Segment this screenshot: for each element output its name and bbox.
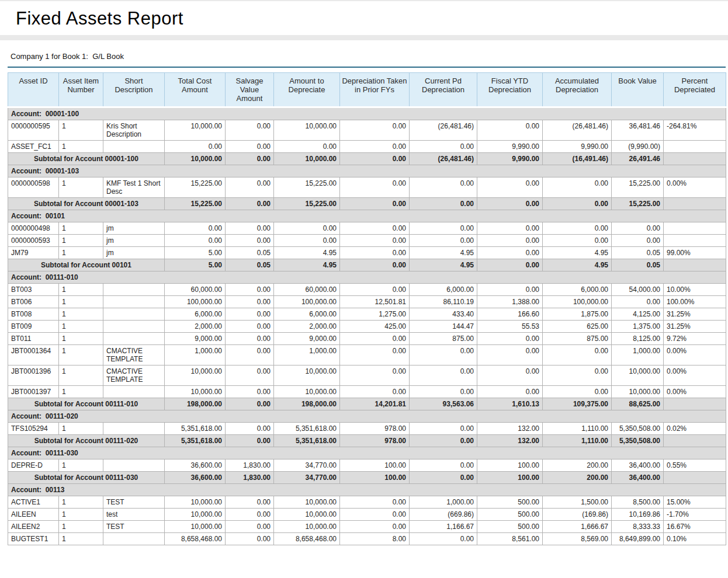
table-cell: 6,000.00 [543,284,612,296]
table-cell: 0.00 [340,247,410,259]
table-cell: ASSET_FC1 [8,141,59,153]
table-cell: 0000000593 [8,235,59,247]
table-cell: 0.00 [477,345,543,365]
subtotal-percent [664,398,726,410]
table-cell: 8,333.33 [612,521,664,533]
table-row: BUGTEST118,658,468.000.008,658,468.008.0… [8,533,726,545]
table-cell: JBT0001364 [8,345,59,365]
table-cell: 9,000.00 [274,333,340,345]
table-cell: 0.00 [410,222,477,235]
table-cell: 10,000.00 [612,365,664,386]
table-cell: 0.00 [226,284,274,296]
table-cell: jm [103,247,165,259]
header-row: Asset IDAsset Item NumberShort Descripti… [8,73,726,107]
table-cell: 0.00% [664,177,726,198]
table-cell: 1,000.00 [165,345,226,365]
table-cell: JBT0001397 [8,386,59,398]
account-label: Account: 00111-010 [8,271,726,284]
table-cell: 425.00 [340,321,410,333]
table-cell: 0.00 [477,386,543,398]
subtotal-percent [664,472,726,484]
table-cell: AILEEN2 [8,521,59,533]
table-cell: 100.00 [477,459,543,472]
table-cell: (669.86) [410,509,477,521]
table-cell: 0.00 [226,235,274,247]
table-row: BT00816,000.000.006,000.001,275.00433.40… [8,308,726,321]
subtotal-value: 0.00 [340,259,410,271]
table-cell: 0.00 [477,177,543,198]
table-cell: 10,000.00 [274,509,340,521]
table-cell: 1 [59,386,103,398]
table-cell [103,308,165,321]
table-cell: 0.00 [226,222,274,235]
table-cell: 6,000.00 [274,308,340,321]
table-body: Account: 00001-10000000005951Kris Short … [8,107,726,545]
table-cell: 0.00 [340,120,410,141]
table-cell: 10,000.00 [165,509,226,521]
table-cell: 1 [59,235,103,247]
table-cell: 55.53 [477,321,543,333]
table-cell [103,386,165,398]
table-cell: 0.00 [477,235,543,247]
table-cell: 1,000.00 [274,345,340,365]
table-cell: 0.00 [410,345,477,365]
table-cell: 60,000.00 [274,284,340,296]
table-cell: 0000000498 [8,222,59,235]
account-label: Account: 00113 [8,484,726,496]
table-cell: 0.00 [226,509,274,521]
table-cell: 0.00% [664,345,726,365]
table-cell: AILEEN [8,509,59,521]
subtotal-value: 88,625.00 [612,398,664,410]
table-cell: jm [103,235,165,247]
table-cell: 1 [59,284,103,296]
column-header: Book Value [612,73,664,107]
table-cell: 100.00% [664,296,726,308]
page-title: Fixed Assets Report [16,8,728,29]
table-cell: 10,000.00 [165,496,226,509]
table-cell: 31.25% [664,308,726,321]
subtotal-value: 15,225.00 [274,198,340,210]
table-cell: 0.00 [543,177,612,198]
subtotal-value: 200.00 [543,472,612,484]
table-row: DEPRE-D136,600.001,830.0034,770.00100.00… [8,459,726,472]
table-cell: 0.00 [612,222,664,235]
table-cell: 8,658,468.00 [165,533,226,545]
subtotal-label: Subtotal for Account 00111-020 [8,435,165,447]
table-cell: 0.00 [477,222,543,235]
table-cell: BT009 [8,321,59,333]
table-cell: 4.95 [274,247,340,259]
table-cell: 1 [59,321,103,333]
table-cell [664,222,726,235]
table-cell: 0.00 [274,222,340,235]
subtotal-value: 0.00 [543,198,612,210]
table-cell: 144.47 [410,321,477,333]
table-cell: 4.95 [543,247,612,259]
column-header: Amount to Depreciate [274,73,340,107]
table-cell: 0.00 [410,365,477,386]
table-cell: 86,110.19 [410,296,477,308]
table-cell: -264.81% [664,120,726,141]
table-cell: 875.00 [410,333,477,345]
subtotal-value: 4.95 [274,259,340,271]
table-cell: 15,225.00 [612,177,664,198]
table-cell: 0.00 [226,321,274,333]
table-cell: 1,500.00 [543,496,612,509]
subtotal-value: 5.00 [165,259,226,271]
column-header: Asset ID [8,73,59,107]
table-cell: 5,351,618.00 [274,423,340,435]
subtotal-value: 14,201.81 [340,398,410,410]
table-cell: 0000000595 [8,120,59,141]
table-cell: 200.00 [543,459,612,472]
table-cell: 10,169.86 [612,509,664,521]
table-row: ACTIVE11TEST10,000.000.0010,000.000.001,… [8,496,726,509]
table-cell: 0.00 [340,284,410,296]
subtotal-value: 1,110.00 [543,435,612,447]
table-cell: BT011 [8,333,59,345]
table-cell: 0.00 [274,141,340,153]
table-cell: 0.00 [226,296,274,308]
table-cell: 99.00% [664,247,726,259]
subtotal-value: 0.00 [410,472,477,484]
subtotal-value: 0.00 [226,398,274,410]
subtotal-value: 0.00 [226,153,274,165]
table-cell: 1 [59,120,103,141]
